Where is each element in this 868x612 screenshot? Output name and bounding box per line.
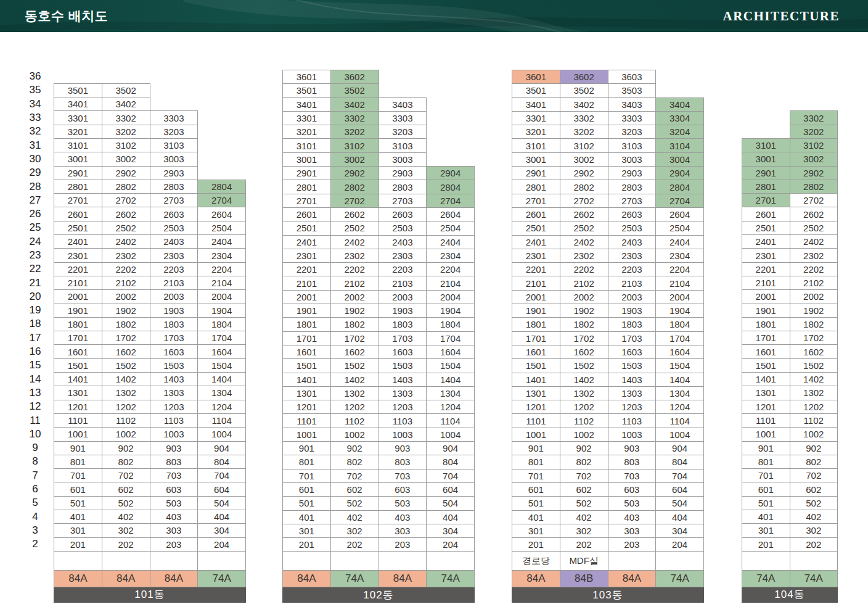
unit-cell: 3302 xyxy=(560,111,608,125)
unit-cell: 1802 xyxy=(560,318,608,331)
grid-void xyxy=(198,97,246,111)
unit-cell: 502 xyxy=(560,497,608,510)
ground-cell xyxy=(150,551,198,570)
unit-cell: 404 xyxy=(427,510,475,524)
unit-cell: 2202 xyxy=(330,263,379,276)
unit-type-cell: 84B xyxy=(560,571,608,587)
unit-cell: 204 xyxy=(198,537,246,551)
unit-cell: 1502 xyxy=(560,359,608,373)
building-label: 102동 xyxy=(283,587,475,603)
unit-cell: 3101 xyxy=(512,139,560,152)
unit-cell: 2504 xyxy=(198,221,246,234)
unit-cell: 801 xyxy=(512,455,560,469)
unit-cell: 3002 xyxy=(790,152,838,166)
grid-void xyxy=(790,83,838,97)
unit-cell: 1303 xyxy=(608,386,656,400)
unit-cell: 2502 xyxy=(560,221,608,235)
unit-cell: 1402 xyxy=(330,373,379,386)
unit-cell: 1101 xyxy=(742,413,790,427)
building-104-table: 3302320231013102300130022901290228012802… xyxy=(742,70,838,603)
unit-cell: 3101 xyxy=(283,139,331,152)
unit-cell: 1902 xyxy=(560,304,608,318)
unit-cell: 2104 xyxy=(656,276,704,290)
unit-cell: 1904 xyxy=(198,304,246,317)
unit-cell: 1303 xyxy=(150,386,198,400)
unit-cell: 603 xyxy=(608,482,656,496)
unit-cell: 2203 xyxy=(150,262,198,276)
unit-cell: 3401 xyxy=(283,97,331,111)
unit-cell: 1801 xyxy=(283,318,331,331)
unit-cell: 2001 xyxy=(54,290,102,304)
unit-cell: 1401 xyxy=(742,373,790,386)
unit-cell: 2202 xyxy=(560,263,608,276)
unit-cell: 3102 xyxy=(560,139,608,152)
unit-cell: 3502 xyxy=(102,83,150,97)
floor-number: 26 xyxy=(25,207,45,221)
unit-cell: 1601 xyxy=(512,345,560,358)
grid-void xyxy=(427,97,475,111)
unit-cell: 301 xyxy=(512,524,560,537)
floor-number: 15 xyxy=(25,358,45,372)
grid-void xyxy=(198,111,246,125)
building-label: 104동 xyxy=(742,587,838,602)
unit-cell: 2104 xyxy=(427,276,475,290)
unit-layout-board: 3635343332313029282726252423222120191817… xyxy=(0,70,868,606)
unit-cell: 1301 xyxy=(283,386,331,400)
unit-cell: 301 xyxy=(283,524,331,537)
unit-cell: 1803 xyxy=(150,317,198,331)
unit-cell: 1202 xyxy=(560,400,608,414)
unit-cell: 3003 xyxy=(379,152,427,166)
unit-cell: 1504 xyxy=(656,359,704,373)
unit-cell: 204 xyxy=(656,538,704,552)
unit-cell: 701 xyxy=(512,469,560,482)
grid-void xyxy=(742,97,790,111)
unit-cell: 601 xyxy=(512,482,560,496)
unit-cell: 1301 xyxy=(742,386,790,400)
floor-number: 18 xyxy=(25,317,45,331)
unit-cell: 3004 xyxy=(656,152,704,166)
grid-void xyxy=(427,84,475,97)
floor-number: 29 xyxy=(25,166,45,180)
unit-cell: 303 xyxy=(608,524,656,537)
unit-cell: 2502 xyxy=(330,221,379,235)
unit-cell: 2804 xyxy=(198,180,246,193)
floor-number: 25 xyxy=(25,221,45,234)
unit-cell: 1102 xyxy=(330,414,379,428)
unit-cell: 2001 xyxy=(742,290,790,304)
ground-cell xyxy=(427,552,475,571)
grid-void xyxy=(150,97,198,111)
unit-cell: 902 xyxy=(790,441,838,455)
unit-cell: 1204 xyxy=(198,400,246,413)
floor-number: 11 xyxy=(25,413,45,427)
unit-cell: 2203 xyxy=(608,263,656,276)
unit-cell: 1203 xyxy=(150,400,198,413)
unit-cell: 1902 xyxy=(790,304,838,317)
unit-cell: 3304 xyxy=(656,111,704,125)
unit-cell: 1404 xyxy=(656,373,704,386)
unit-cell: 2604 xyxy=(656,207,704,221)
unit-cell: 504 xyxy=(198,496,246,510)
unit-cell: 1201 xyxy=(512,400,560,414)
unit-cell: 3301 xyxy=(512,111,560,125)
unit-cell: 2101 xyxy=(512,276,560,290)
grid-void xyxy=(742,125,790,138)
unit-cell: 1403 xyxy=(150,373,198,386)
unit-cell: 603 xyxy=(379,482,427,496)
unit-cell: 1101 xyxy=(512,414,560,428)
unit-cell: 1801 xyxy=(512,318,560,331)
unit-cell: 3601 xyxy=(283,70,331,84)
unit-cell: 1001 xyxy=(283,428,331,441)
unit-cell: 3202 xyxy=(560,125,608,139)
unit-cell: 2003 xyxy=(379,290,427,304)
unit-cell: 3301 xyxy=(54,111,102,125)
unit-cell: 402 xyxy=(790,510,838,524)
unit-cell: 2004 xyxy=(427,290,475,304)
unit-cell: 1004 xyxy=(427,428,475,441)
unit-cell: 602 xyxy=(560,482,608,496)
unit-cell: 1201 xyxy=(54,400,102,413)
unit-cell: 304 xyxy=(427,524,475,537)
unit-cell: 1404 xyxy=(198,373,246,386)
unit-cell: 1103 xyxy=(150,413,198,427)
unit-cell: 2903 xyxy=(379,167,427,180)
unit-cell: 3103 xyxy=(608,139,656,152)
